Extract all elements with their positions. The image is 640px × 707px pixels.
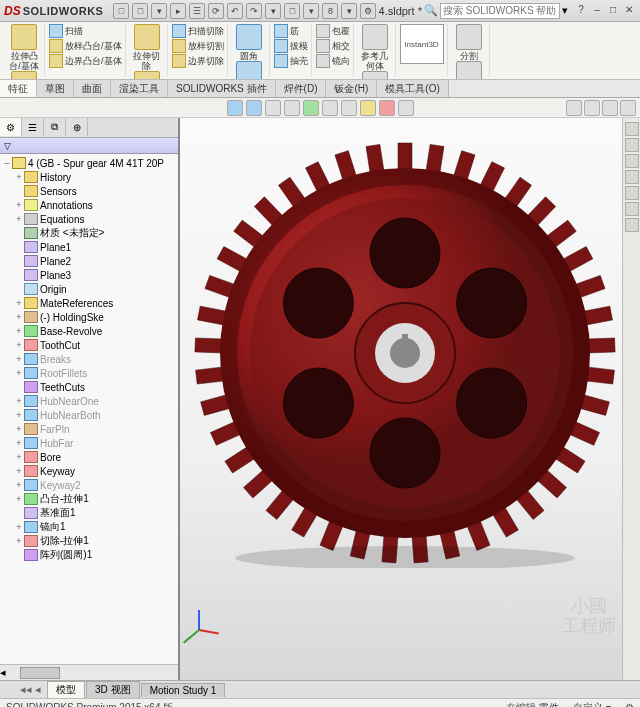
- expand-icon[interactable]: +: [14, 326, 24, 336]
- tree-node[interactable]: +镜向1: [0, 520, 178, 534]
- zoom-area-icon[interactable]: [246, 100, 262, 116]
- qat-button[interactable]: □: [132, 3, 148, 19]
- ribbon-small-button[interactable]: 扫描: [49, 24, 122, 38]
- ribbon-small-button[interactable]: 筋: [274, 24, 308, 38]
- tree-node[interactable]: +(-) HoldingSke: [0, 310, 178, 324]
- tree-node[interactable]: 基准面1: [0, 506, 178, 520]
- tree-node[interactable]: 材质 <未指定>: [0, 226, 178, 240]
- scroll-left-icon[interactable]: ◂: [0, 666, 6, 679]
- taskpane-library-icon[interactable]: [625, 138, 639, 152]
- tree-node[interactable]: +HubFar: [0, 436, 178, 450]
- expand-icon[interactable]: +: [14, 438, 24, 448]
- command-tab[interactable]: 焊件(D): [276, 80, 327, 97]
- tree-node[interactable]: +Bore: [0, 450, 178, 464]
- qat-button[interactable]: ▾: [341, 3, 357, 19]
- expand-icon[interactable]: +: [14, 480, 24, 490]
- expand-icon[interactable]: +: [14, 536, 24, 546]
- qat-button[interactable]: □: [284, 3, 300, 19]
- tree-filter-bar[interactable]: ▽: [0, 138, 178, 154]
- motion-tab[interactable]: 模型: [47, 681, 85, 698]
- ribbon-big-button[interactable]: 组合: [452, 61, 486, 80]
- ribbon-big-button[interactable]: 异型孔向导: [130, 71, 164, 80]
- tree-node[interactable]: +Keyway2: [0, 478, 178, 492]
- close-button[interactable]: ✕: [622, 4, 636, 18]
- qat-button[interactable]: ⚙: [360, 3, 376, 19]
- taskpane-resources-icon[interactable]: [625, 122, 639, 136]
- ribbon-big-button[interactable]: 圆角: [232, 24, 266, 61]
- qat-button[interactable]: ↷: [246, 3, 262, 19]
- tree-node[interactable]: Plane3: [0, 268, 178, 282]
- tree-node[interactable]: +RootFillets: [0, 366, 178, 380]
- ribbon-small-button[interactable]: 抽壳: [274, 54, 308, 68]
- tree-node[interactable]: +Breaks: [0, 352, 178, 366]
- ribbon-big-button[interactable]: 线性阵列: [232, 61, 266, 80]
- ribbon-small-button[interactable]: 相交: [316, 39, 350, 53]
- tree-node[interactable]: +Keyway: [0, 464, 178, 478]
- ribbon-big-button[interactable]: 拉伸切除: [130, 24, 164, 71]
- tree-node[interactable]: +MateReferences: [0, 296, 178, 310]
- tree-horizontal-scrollbar[interactable]: ◂: [0, 664, 178, 680]
- expand-icon[interactable]: +: [14, 312, 24, 322]
- tree-node[interactable]: +History: [0, 170, 178, 184]
- qat-button[interactable]: ▾: [265, 3, 281, 19]
- taskpane-viewpalette-icon[interactable]: [625, 170, 639, 184]
- tree-node[interactable]: +Equations: [0, 212, 178, 226]
- ribbon-big-button[interactable]: 参考几何体: [358, 24, 392, 71]
- tree-node[interactable]: +凸台-拉伸1: [0, 492, 178, 506]
- status-customize-button[interactable]: 自定义 ▾: [573, 701, 611, 708]
- tree-node[interactable]: +HubNearBoth: [0, 408, 178, 422]
- minimize-button[interactable]: –: [590, 4, 604, 18]
- qat-button[interactable]: ↶: [227, 3, 243, 19]
- ribbon-small-button[interactable]: 边界凸台/基体: [49, 54, 122, 68]
- display-style-icon[interactable]: [322, 100, 338, 116]
- graphics-viewport[interactable]: 小國 工程师: [180, 118, 640, 680]
- tree-node[interactable]: Plane2: [0, 254, 178, 268]
- view-settings-icon[interactable]: [398, 100, 414, 116]
- ribbon-small-button[interactable]: 镜向: [316, 54, 350, 68]
- help-button[interactable]: ?: [574, 4, 588, 18]
- expand-icon[interactable]: +: [14, 424, 24, 434]
- qat-button[interactable]: ☰: [189, 3, 205, 19]
- qat-button[interactable]: ▸: [170, 3, 186, 19]
- ribbon-small-button[interactable]: 放样切割: [172, 39, 224, 53]
- expand-icon[interactable]: +: [14, 200, 24, 210]
- expand-icon[interactable]: +: [14, 494, 24, 504]
- taskpane-properties-icon[interactable]: [625, 202, 639, 216]
- expand-icon[interactable]: +: [14, 522, 24, 532]
- qat-button[interactable]: ⟳: [208, 3, 224, 19]
- search-dropdown-icon[interactable]: ▾: [562, 4, 568, 17]
- previous-view-icon[interactable]: [265, 100, 281, 116]
- expand-icon[interactable]: +: [14, 354, 24, 364]
- tree-node[interactable]: 阵列(圆周)1: [0, 548, 178, 562]
- hide-show-icon[interactable]: [341, 100, 357, 116]
- tree-node[interactable]: +HubNearOne: [0, 394, 178, 408]
- restore-doc-icon[interactable]: [602, 100, 618, 116]
- expand-icon[interactable]: +: [14, 396, 24, 406]
- edit-appearance-icon[interactable]: [360, 100, 376, 116]
- taskpane-explorer-icon[interactable]: [625, 154, 639, 168]
- ribbon-small-button[interactable]: 放样凸台/基体: [49, 39, 122, 53]
- apply-scene-icon[interactable]: [379, 100, 395, 116]
- taskpane-forum-icon[interactable]: [625, 218, 639, 232]
- maximize-button[interactable]: □: [606, 4, 620, 18]
- tree-node[interactable]: +FarPln: [0, 422, 178, 436]
- tree-node[interactable]: +切除-拉伸1: [0, 534, 178, 548]
- ribbon-small-button[interactable]: 包覆: [316, 24, 350, 38]
- command-tab[interactable]: 特征: [0, 80, 37, 97]
- expand-icon[interactable]: +: [14, 452, 24, 462]
- command-tab[interactable]: 模具工具(O): [377, 80, 448, 97]
- command-tab[interactable]: 渲染工具: [111, 80, 168, 97]
- ribbon-big-button[interactable]: 旋转凸台/基体: [7, 71, 41, 80]
- tree-node[interactable]: +ToothCut: [0, 338, 178, 352]
- ribbon-small-button[interactable]: 扫描切除: [172, 24, 224, 38]
- manager-tab[interactable]: ⚙: [0, 118, 22, 136]
- instant3d-button[interactable]: Instant3D: [400, 24, 444, 64]
- command-tab[interactable]: 草图: [37, 80, 74, 97]
- tree-node[interactable]: +Annotations: [0, 198, 178, 212]
- manager-tab[interactable]: ⧉: [44, 118, 66, 136]
- ribbon-big-button[interactable]: 拉伸凸台/基体: [7, 24, 41, 71]
- tab-scroll-left-icon[interactable]: ◂◂ ◂: [20, 683, 41, 696]
- ribbon-small-button[interactable]: 边界切除: [172, 54, 224, 68]
- collapse-ribbon-icon[interactable]: [566, 100, 582, 116]
- manager-tab[interactable]: ☰: [22, 118, 44, 136]
